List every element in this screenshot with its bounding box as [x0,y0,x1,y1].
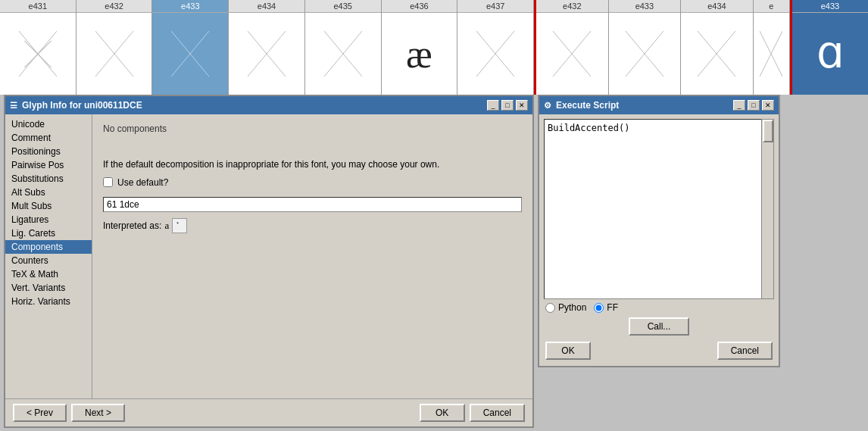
x-lines-icon [19,31,57,77]
glyph-empty [457,13,533,95]
far-right-cell-label: e433 [792,0,868,13]
python-radio[interactable] [545,303,555,313]
execute-ok-button[interactable]: OK [545,342,591,360]
glyph-dialog-icon: ☰ [10,101,17,111]
nav-item-ligatures[interactable]: Ligatures [5,213,92,226]
execute-dialog-titlebar[interactable]: ⚙ Execute Script _ □ ✕ [539,96,779,114]
execute-ok-cancel-row: OK Cancel [539,339,779,366]
glyph-dialog-footer: < Prev Next > OK Cancel [5,398,532,426]
glyph-dialog-body: Unicode Comment Positionings Pairwise Po… [5,114,532,398]
no-components-label: No components [103,123,522,134]
glyph-cell-e433-selected[interactable]: e433 [152,0,229,95]
next-button[interactable]: Next > [71,404,125,422]
x-lines-icon [553,31,591,77]
glyph-dialog-titlebar[interactable]: ☰ Glyph Info for uni00611DCE _ □ ✕ [5,96,532,114]
prev-button[interactable]: < Prev [13,404,67,422]
interpreted-row: Interpreted as: a ᷎ [103,218,522,233]
nav-item-comment[interactable]: Comment [5,131,92,145]
cell-label: e435 [305,0,381,13]
glyph-maximize-button[interactable]: □ [501,100,514,111]
ff-radio-item: FF [594,302,618,313]
x-lines-icon [626,31,663,77]
cell-label: e433 [152,0,228,13]
glyph-char-display: æ [382,13,457,95]
use-default-label: Use default? [117,177,168,188]
cell-label: e434 [681,0,753,13]
empty-glyph-x [19,31,57,77]
execute-dialog-title: Execute Script [556,100,733,111]
scrollbar-thumb[interactable] [763,120,773,142]
use-default-row: Use default? [103,177,522,188]
glyph-content-panel: No components If the default decompositi… [92,114,532,398]
glyph-empty [0,13,76,95]
script-scrollbar[interactable] [761,119,774,299]
nav-item-counters[interactable]: Counters [5,254,92,267]
cell-label: e433 [609,0,681,13]
nav-item-horiz-variants[interactable]: Horiz. Variants [5,295,92,308]
interpreted-char-display: a [164,220,169,232]
call-button-row: Call... [539,316,779,339]
glyph-empty [754,13,789,95]
python-radio-label: Python [558,302,586,313]
glyph-cell-e436[interactable]: e436 æ [382,0,458,95]
x-lines-icon [171,31,209,77]
component-input-row [103,197,522,212]
glyph-close-button[interactable]: ✕ [516,100,528,111]
glyph-grid: e431 e432 e433 [0,0,868,95]
glyph-cell-e432[interactable]: e432 [76,0,153,95]
x-lines-icon [476,31,514,77]
execute-cancel-button[interactable]: Cancel [717,342,773,360]
nav-item-alt-subs[interactable]: Alt Subs [5,186,92,199]
nav-item-lig-carets[interactable]: Lig. Carets [5,226,92,240]
far-right-selected-cell[interactable]: e433 ɑ [792,0,868,95]
nav-item-pairwise-pos[interactable]: Pairwise Pos [5,158,92,172]
ff-radio-label: FF [607,302,618,313]
nav-item-mult-subs[interactable]: Mult Subs [5,199,92,213]
interpreted-label: Interpreted as: [103,220,161,231]
nav-item-positionings[interactable]: Positionings [5,145,92,158]
glyph-dialog-controls: _ □ ✕ [487,100,528,111]
glyph-empty [229,13,304,95]
execute-dialog-icon: ⚙ [544,101,551,111]
script-textarea[interactable] [544,119,774,299]
execute-minimize-button[interactable]: _ [733,100,745,111]
grid-left-section: e431 e432 e433 [0,0,534,95]
glyph-cell-e435[interactable]: e435 [305,0,382,95]
glyph-cell-right-e434[interactable]: e434 [681,0,754,95]
use-default-checkbox[interactable] [103,177,113,187]
execute-close-button[interactable]: ✕ [762,100,774,111]
glyph-empty [609,13,681,95]
nav-item-vert-variants[interactable]: Vert. Variants [5,281,92,295]
glyph-cell-e437[interactable]: e437 [457,0,534,95]
glyph-cell-e431[interactable]: e431 [0,0,76,95]
cancel-button[interactable]: Cancel [470,404,525,422]
script-area-container [544,119,774,299]
glyph-minimize-button[interactable]: _ [487,100,499,111]
glyph-empty [681,13,753,95]
glyph-cell-e434[interactable]: e434 [229,0,305,95]
warning-text: If the default decomposition is inapprop… [103,158,522,171]
nav-item-tex-math[interactable]: TeX & Math [5,267,92,281]
glyph-cell-right-e432[interactable]: e432 [536,0,609,95]
nav-item-substitutions[interactable]: Substitutions [5,172,92,186]
glyph-cell-right-e[interactable]: e [754,0,790,95]
glyph-nav-panel: Unicode Comment Positionings Pairwise Po… [5,114,92,398]
glyph-empty [152,13,228,95]
call-button[interactable]: Call... [629,317,689,336]
glyph-cell-right-e433[interactable]: e433 [609,0,682,95]
glyph-character: æ [406,32,432,77]
grid-middle-section: e432 e433 e434 [536,0,790,95]
prev-next-buttons: < Prev Next > [13,404,125,422]
cell-label: e432 [76,0,152,13]
x-lines-icon [324,31,362,77]
x-lines-icon [698,31,735,77]
execute-script-dialog: ⚙ Execute Script _ □ ✕ Python FF Call...… [538,95,780,367]
execute-maximize-button[interactable]: □ [748,100,760,111]
ff-radio[interactable] [594,303,604,313]
interpreted-glyph-box: ᷎ [172,218,187,233]
ok-button[interactable]: OK [420,404,465,422]
glyph-empty [536,13,608,95]
nav-item-components[interactable]: Components [5,240,92,254]
component-input[interactable] [103,197,522,212]
nav-item-unicode[interactable]: Unicode [5,117,92,131]
